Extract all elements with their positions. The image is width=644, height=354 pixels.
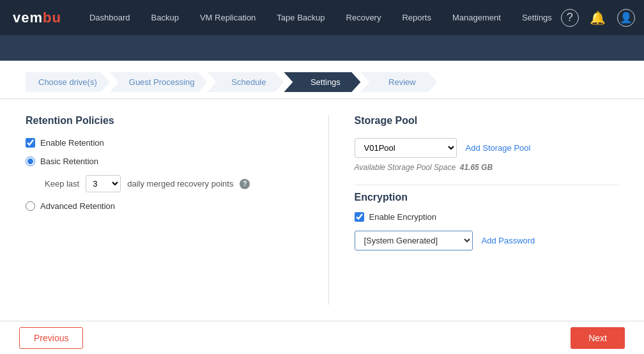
enable-encryption-label[interactable]: Enable Encryption [369, 212, 437, 222]
advanced-retention-radio[interactable] [26, 201, 35, 211]
enable-retention-label[interactable]: Enable Retention [40, 138, 104, 148]
step-guest-processing[interactable]: Guest Processing [110, 72, 208, 92]
right-panel: Storage Pool V01Pool Add Storage Pool Av… [328, 115, 619, 305]
enable-retention-checkbox[interactable] [26, 138, 35, 148]
keep-desc: daily merged recovery points [127, 179, 233, 189]
retention-title: Retention Policies [26, 115, 290, 127]
nav-vm-replication[interactable]: VM Replication [191, 9, 264, 26]
encryption-title: Encryption [355, 185, 619, 203]
advanced-retention-row: Advanced Retention [26, 201, 290, 211]
step-settings[interactable]: Settings [284, 72, 360, 92]
navbar: vembu Dashboard Backup VM Replication Ta… [0, 0, 644, 35]
main-content: Retention Policies Enable Retention Basi… [0, 99, 644, 321]
advanced-retention-label[interactable]: Advanced Retention [40, 201, 115, 211]
encryption-select[interactable]: [System Generated] [355, 231, 473, 250]
step-choose-drives[interactable]: Choose drive(s) [26, 72, 110, 92]
step-review[interactable]: Review [360, 72, 437, 92]
help-icon[interactable]: ? [561, 9, 579, 27]
left-panel: Retention Policies Enable Retention Basi… [26, 115, 290, 305]
encryption-select-row: [System Generated] Add Password [355, 231, 619, 250]
enable-encryption-row: Enable Encryption [355, 212, 619, 222]
bell-icon[interactable]: 🔔 [589, 9, 607, 27]
nav-items: Dashboard Backup VM Replication Tape Bac… [80, 9, 561, 26]
step-schedule[interactable]: Schedule [207, 72, 284, 92]
step-label-settings[interactable]: Settings [284, 72, 360, 92]
step-label-review[interactable]: Review [360, 72, 437, 92]
storage-pool-select[interactable]: V01Pool [355, 138, 457, 158]
nav-backup[interactable]: Backup [142, 9, 188, 26]
enable-retention-row: Enable Retention [26, 138, 290, 148]
logo-bu: bu [43, 10, 61, 26]
keep-last-select[interactable]: 3 5 7 14 30 [86, 175, 121, 192]
nav-icons: ? 🔔 👤 [561, 9, 635, 27]
step-label-choose-drives[interactable]: Choose drive(s) [26, 72, 110, 92]
next-button[interactable]: Next [571, 327, 625, 349]
steps-container: Choose drive(s) Guest Processing Schedul… [0, 61, 644, 99]
basic-retention-label[interactable]: Basic Retention [40, 157, 98, 166]
enable-encryption-checkbox[interactable] [355, 212, 364, 222]
subbar [0, 35, 644, 61]
nav-management[interactable]: Management [443, 9, 510, 26]
logo-vem: vem [13, 10, 43, 26]
step-label-schedule[interactable]: Schedule [207, 72, 284, 92]
add-storage-pool-link[interactable]: Add Storage Pool [466, 143, 531, 153]
nav-settings[interactable]: Settings [513, 9, 561, 26]
step-label-guest-processing[interactable]: Guest Processing [110, 72, 208, 92]
basic-retention-row: Basic Retention [26, 157, 290, 166]
storage-pool-title: Storage Pool [355, 115, 619, 127]
keep-last-label: Keep last [45, 179, 79, 189]
basic-retention-radio[interactable] [26, 157, 35, 166]
nav-dashboard[interactable]: Dashboard [80, 9, 139, 26]
nav-recovery[interactable]: Recovery [337, 9, 390, 26]
storage-pool-row: V01Pool Add Storage Pool [355, 138, 619, 158]
nav-tape-backup[interactable]: Tape Backup [268, 9, 334, 26]
available-space-text: Available Storage Pool Space 41.65 GB [355, 163, 619, 172]
logo: vembu [13, 10, 61, 26]
add-password-link[interactable]: Add Password [482, 236, 535, 245]
help-tooltip-icon[interactable]: ? [240, 179, 250, 189]
footer: Previous Next [0, 321, 644, 354]
previous-button[interactable]: Previous [19, 327, 83, 349]
nav-reports[interactable]: Reports [393, 9, 440, 26]
user-icon[interactable]: 👤 [617, 9, 635, 27]
keep-last-row: Keep last 3 5 7 14 30 daily merged recov… [45, 175, 290, 192]
